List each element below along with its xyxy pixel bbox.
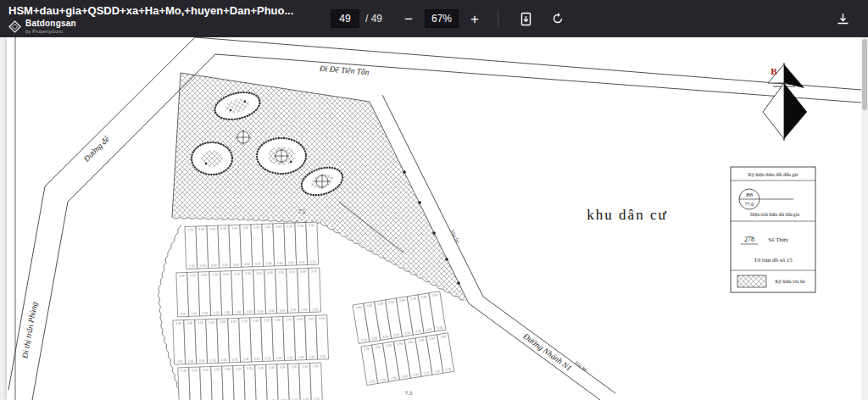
parcel [316, 315, 329, 359]
parcel [298, 268, 310, 312]
legend-plot-area: 77.0 [745, 202, 754, 207]
brand-logo: Batdongsan by PropertyGuru [8, 19, 76, 34]
parcel [288, 364, 301, 400]
parcel [176, 272, 189, 316]
parcel [173, 320, 186, 364]
residential-area-label: khu dân cư [587, 207, 667, 223]
parcel [273, 223, 286, 265]
download-icon [836, 12, 850, 26]
parcel [239, 318, 252, 362]
parcel-dimension: 3.50 [180, 312, 186, 316]
parcel-dimension: 3.50 [202, 311, 208, 315]
legend-sidewalk-swatch [737, 275, 766, 287]
planting-blob [192, 142, 232, 175]
parcel-dimension: 3.50 [254, 261, 260, 265]
parcel-dimension: 3.50 [291, 364, 297, 369]
scrollbar-thumb[interactable] [862, 39, 867, 110]
parcel-dimension: 3.50 [253, 225, 259, 229]
pdf-page: 3.503.503.503.503.503.503.503.503.503.50… [7, 37, 861, 400]
brand-name: Batdongsan [25, 19, 76, 28]
legend-sidewalk-caption: Ký hiệu vỉa hè [775, 279, 804, 284]
parcel-dimension: 3.50 [223, 272, 229, 276]
parcel-dimension: 3.50 [232, 262, 238, 266]
parcel-dimension: 3.50 [220, 226, 226, 231]
parcel-dimension: 3.50 [214, 367, 220, 371]
parcel-dimension: 3.50 [209, 319, 214, 324]
rotate-icon [551, 12, 565, 25]
parcel-dimension: 3.50 [198, 358, 204, 363]
legend-box: Ký hiệu thửa đất đấu giá B8 77.0 Diện tí… [731, 167, 815, 292]
parcel-dimension: 3.50 [267, 270, 273, 275]
road-label-n1: Đường Nhánh N1 [521, 331, 574, 373]
parcel-dimension: 3.50 [191, 311, 197, 315]
parcel-dimension: 3.50 [212, 272, 218, 276]
parcel-dimension: 3.50 [253, 319, 259, 323]
parcel-dimension: 3.50 [320, 354, 326, 358]
parcel [240, 225, 253, 267]
parcel-dimension: 3.50 [246, 309, 252, 314]
viewer-left-gutter [0, 37, 7, 400]
parcel-dimension: 3.50 [312, 307, 318, 311]
parcel-block: 3.503.503.503.503.503.503.503.503.503.50… [353, 291, 454, 385]
parcel [220, 271, 233, 315]
cadastral-map: 3.503.503.503.503.503.503.503.503.503.50… [7, 37, 861, 400]
page-number-input[interactable]: 49 [331, 9, 359, 28]
parcel-dimension: 3.50 [302, 364, 308, 369]
parcel-dimension: 3.50 [309, 223, 314, 227]
parcel [198, 272, 211, 316]
parcel [242, 270, 255, 314]
parcel [283, 316, 296, 360]
parcel-dimension: 3.50 [289, 269, 295, 274]
parcel-dimension: 3.50 [176, 359, 182, 364]
parcel [184, 319, 197, 364]
parcel [299, 363, 312, 400]
parcel-dimension: 3.50 [236, 366, 242, 370]
parcel [185, 226, 198, 269]
legend-sheet-caption: Tờ bản đồ số 15 [754, 257, 793, 264]
parcel-dimension: 3.50 [201, 273, 207, 277]
scrollbar[interactable] [861, 37, 868, 400]
parcel-dimension: 3.50 [245, 271, 251, 275]
parcel-dimension: 3.50 [275, 225, 281, 229]
parcel [217, 319, 230, 363]
parcel [196, 226, 209, 269]
legend-plot-code: B8 [746, 192, 754, 198]
parcel-dimension: 3.50 [242, 357, 248, 361]
document-title: HSM+dau+gia+QSDD+xa+Ha+Mo,+huyen+Dan+Phu… [8, 4, 293, 17]
parcel [187, 272, 200, 316]
parcel-dimension: 3.50 [225, 367, 231, 371]
parcel [228, 318, 241, 362]
parcel-dimension: 3.50 [314, 397, 320, 400]
parcel-dimension: 3.50 [308, 316, 314, 320]
parcel-dimension: 3.50 [179, 274, 185, 278]
parcel [284, 223, 297, 265]
zoom-out-button[interactable]: − [398, 10, 420, 28]
parcel-dimension: 3.50 [224, 310, 230, 314]
parcel [207, 225, 220, 268]
parcel [305, 315, 318, 359]
parcel-dimension: 3.50 [275, 318, 281, 322]
fit-page-button[interactable] [517, 9, 535, 29]
parcel-dimension: 3.50 [264, 318, 270, 322]
parcel-dimension: 3.50 [298, 224, 303, 228]
parcel-dimension: 3.50 [190, 273, 196, 277]
brand-byline: by PropertyGuru [25, 29, 76, 34]
parcel [250, 317, 263, 361]
parcel [195, 319, 208, 364]
parcel [306, 222, 319, 264]
zoom-in-button[interactable]: + [464, 10, 486, 28]
parcel-dimension: 3.50 [309, 354, 314, 358]
rotate-button[interactable] [548, 9, 567, 28]
parcel-dimension: 3.50 [220, 319, 225, 324]
download-button[interactable] [833, 9, 853, 29]
parcel-dimension: 3.50 [220, 358, 226, 362]
parcel-dimension: 3.50 [279, 308, 285, 312]
parcel [231, 270, 244, 314]
parcel-dimension: 3.50 [175, 321, 181, 325]
parcel [261, 317, 274, 361]
zoom-level-select[interactable]: 67% [425, 9, 459, 28]
parcel [277, 364, 290, 400]
parcel-dimension: 3.50 [211, 263, 217, 267]
parcel [218, 225, 231, 268]
parcel [294, 316, 307, 360]
